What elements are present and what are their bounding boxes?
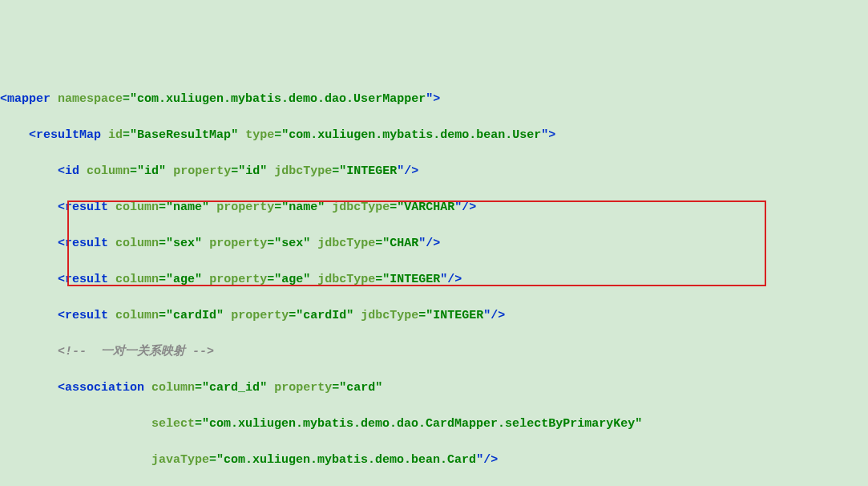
line-assoc-2: select="com.xuliugen.mybatis.demo.dao.Ca… <box>0 415 868 434</box>
line-id: <id column="id" property="id" jdbcType="… <box>0 163 868 181</box>
line-result-age: <result column="age" property="age" jdbc… <box>0 271 868 290</box>
line-assoc-3: javaType="com.xuliugen.mybatis.demo.bean… <box>0 452 868 470</box>
line-result-sex: <result column="sex" property="sex" jdbc… <box>0 235 868 253</box>
line-comment: <!-- 一对一关系映射 --> <box>0 343 868 362</box>
code-block: <mapper namespace="com.xuliugen.mybatis.… <box>0 72 868 486</box>
line-result-cardid: <result column="cardId" property="cardId… <box>0 307 868 326</box>
line-result-name: <result column="name" property="name" jd… <box>0 199 868 217</box>
line-assoc-1: <association column="card_id" property="… <box>0 379 868 398</box>
line-resultmap-open: <resultMap id="BaseResultMap" type="com.… <box>0 127 868 145</box>
line-mapper-open: <mapper namespace="com.xuliugen.mybatis.… <box>0 91 868 109</box>
